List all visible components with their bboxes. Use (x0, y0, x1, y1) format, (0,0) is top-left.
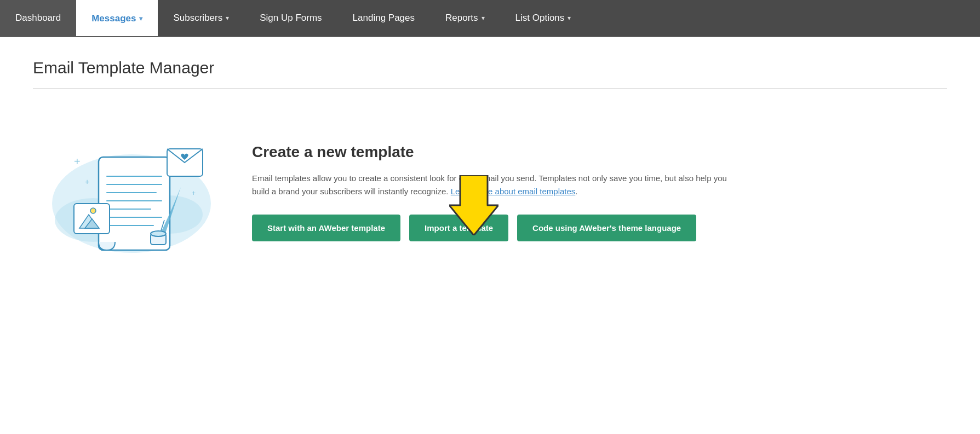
nav-item-landing-pages[interactable]: Landing Pages (337, 0, 430, 36)
page-wrapper: Dashboard Messages ▾ Subscribers ▾ Sign … (0, 0, 980, 286)
reports-chevron-icon: ▾ (482, 14, 485, 22)
nav-item-signup-forms[interactable]: Sign Up Forms (244, 0, 337, 36)
list-options-chevron-icon: ▾ (568, 14, 571, 22)
template-section: + + + + (33, 132, 947, 264)
import-template-button[interactable]: Import a template (409, 215, 508, 241)
nav-item-dashboard[interactable]: Dashboard (0, 0, 76, 36)
nav-item-list-options[interactable]: List Options ▾ (500, 0, 587, 36)
code-template-button[interactable]: Code using AWeber's theme language (517, 215, 696, 241)
button-row: Start with an AWeber template Import a t… (252, 215, 936, 241)
nav-item-reports[interactable]: Reports ▾ (430, 0, 500, 36)
page-title: Email Template Manager (33, 59, 947, 77)
template-heading: Create a new template (252, 143, 936, 161)
messages-chevron-icon: ▾ (139, 15, 142, 22)
learn-more-link[interactable]: Learn more about email templates (451, 187, 576, 196)
nav-item-subscribers[interactable]: Subscribers ▾ (158, 0, 244, 36)
illustration-container: + + + + (44, 132, 219, 264)
svg-point-17 (151, 231, 166, 236)
template-description: Email templates allow you to create a co… (252, 172, 745, 198)
svg-text:+: + (85, 177, 89, 186)
page-content: Email Template Manager + + + + (0, 37, 980, 286)
page-divider (33, 88, 947, 89)
template-text: Create a new template Email templates al… (252, 132, 936, 241)
nav-item-messages[interactable]: Messages ▾ (76, 0, 158, 36)
email-template-illustration: + + + + (44, 132, 219, 264)
svg-text:+: + (192, 189, 196, 197)
aweber-template-button[interactable]: Start with an AWeber template (252, 215, 400, 241)
svg-text:+: + (74, 155, 81, 167)
main-nav: Dashboard Messages ▾ Subscribers ▾ Sign … (0, 0, 980, 37)
svg-point-20 (90, 208, 96, 213)
subscribers-chevron-icon: ▾ (226, 14, 229, 22)
